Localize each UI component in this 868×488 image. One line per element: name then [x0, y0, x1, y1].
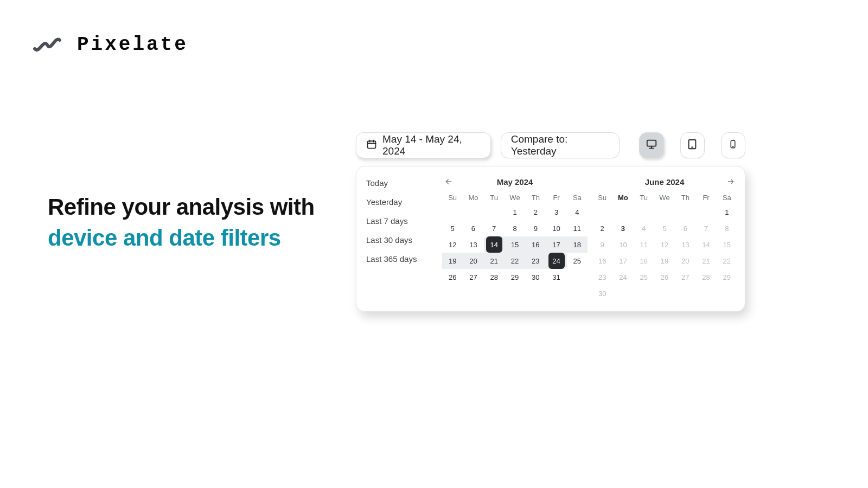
calendar-month: June 2024SuMoTuWeThFrSa12345678910111213… — [592, 175, 737, 301]
day-cell[interactable]: 14 — [484, 236, 505, 253]
prev-month-button[interactable] — [444, 175, 453, 188]
day-empty — [463, 204, 483, 220]
desktop-icon — [646, 138, 658, 152]
day-cell[interactable]: 30 — [592, 285, 612, 301]
day-cell[interactable]: 28 — [695, 269, 716, 285]
dow-label: Su — [592, 191, 612, 204]
svg-rect-0 — [368, 141, 376, 148]
calendar-title: May 2024 — [497, 177, 533, 187]
day-cell[interactable]: 27 — [463, 269, 483, 285]
day-cell[interactable]: 24 — [546, 253, 566, 269]
day-cell[interactable]: 25 — [634, 269, 654, 285]
day-cell[interactable]: 6 — [675, 220, 695, 236]
day-cell[interactable]: 7 — [695, 220, 716, 236]
headline: Refine your analysis with device and dat… — [48, 192, 352, 253]
day-cell[interactable]: 22 — [505, 253, 525, 269]
dow-label: Su — [442, 191, 463, 204]
next-month-button[interactable] — [726, 175, 735, 188]
preset-item[interactable]: Last 7 days — [365, 215, 439, 227]
day-cell[interactable]: 12 — [442, 236, 463, 253]
day-empty — [675, 204, 695, 220]
day-cell[interactable]: 23 — [525, 253, 546, 269]
day-cell[interactable]: 28 — [484, 269, 505, 285]
preset-item[interactable]: Last 30 days — [365, 234, 439, 246]
day-cell[interactable]: 19 — [654, 253, 675, 269]
day-cell[interactable]: 24 — [612, 269, 633, 285]
logo-mark — [33, 33, 62, 56]
day-cell[interactable]: 10 — [612, 236, 633, 253]
day-cell[interactable]: 20 — [463, 253, 483, 269]
day-cell[interactable]: 1 — [717, 204, 737, 220]
preset-list: TodayYesterdayLast 7 daysLast 30 daysLas… — [364, 175, 442, 301]
dow-label: Mo — [612, 191, 633, 204]
day-cell[interactable]: 3 — [612, 220, 633, 236]
date-range-pill[interactable]: May 14 - May 24, 2024 — [356, 132, 491, 158]
day-cell[interactable]: 30 — [525, 269, 546, 285]
preset-item[interactable]: Yesterday — [365, 196, 439, 208]
day-cell[interactable]: 5 — [654, 220, 675, 236]
device-desktop-button[interactable] — [639, 132, 663, 158]
day-cell[interactable]: 31 — [546, 269, 566, 285]
preset-item[interactable]: Last 365 days — [365, 253, 439, 265]
day-cell[interactable]: 26 — [442, 269, 463, 285]
day-cell[interactable]: 14 — [695, 236, 716, 253]
day-cell[interactable]: 18 — [634, 253, 654, 269]
day-cell[interactable]: 4 — [634, 220, 654, 236]
day-cell[interactable]: 19 — [442, 253, 463, 269]
day-cell[interactable]: 16 — [525, 236, 546, 253]
day-empty — [484, 204, 505, 220]
day-cell[interactable]: 2 — [525, 204, 546, 220]
day-cell[interactable]: 8 — [717, 220, 737, 236]
day-empty — [717, 285, 737, 301]
dow-label: Th — [675, 191, 695, 204]
day-cell[interactable]: 1 — [505, 204, 525, 220]
day-cell[interactable]: 2 — [592, 220, 612, 236]
preset-item[interactable]: Today — [365, 177, 439, 189]
day-cell[interactable]: 7 — [484, 220, 505, 236]
day-cell[interactable]: 21 — [695, 253, 716, 269]
day-cell[interactable]: 23 — [592, 269, 612, 285]
day-cell[interactable]: 21 — [484, 253, 505, 269]
dow-label: Sa — [717, 191, 737, 204]
day-cell[interactable]: 11 — [567, 220, 588, 236]
day-cell[interactable]: 15 — [717, 236, 737, 253]
day-cell[interactable]: 9 — [592, 236, 612, 253]
day-cell[interactable]: 16 — [592, 253, 612, 269]
day-cell[interactable]: 29 — [505, 269, 525, 285]
day-cell[interactable]: 4 — [567, 204, 588, 220]
svg-rect-1 — [647, 140, 656, 146]
dow-label: Th — [525, 191, 546, 204]
day-cell[interactable]: 10 — [546, 220, 566, 236]
day-cell[interactable]: 15 — [505, 236, 525, 253]
day-cell[interactable]: 25 — [567, 253, 588, 269]
calendar-pair: May 2024SuMoTuWeThFrSa123456789101112131… — [442, 175, 737, 301]
headline-line1: Refine your analysis with — [48, 194, 315, 220]
brand: Pixelate — [33, 33, 188, 56]
day-cell[interactable]: 17 — [546, 236, 566, 253]
day-empty — [634, 204, 654, 220]
day-cell[interactable]: 6 — [463, 220, 483, 236]
day-cell[interactable]: 13 — [675, 236, 695, 253]
day-cell[interactable]: 12 — [654, 236, 675, 253]
day-cell[interactable]: 18 — [567, 236, 588, 253]
day-empty — [612, 285, 633, 301]
day-cell[interactable]: 8 — [505, 220, 525, 236]
day-cell[interactable]: 9 — [525, 220, 546, 236]
day-empty — [634, 285, 654, 301]
day-cell[interactable]: 26 — [654, 269, 675, 285]
day-cell[interactable]: 17 — [612, 253, 633, 269]
compare-pill[interactable]: Compare to: Yesterday — [501, 132, 620, 158]
day-cell[interactable]: 29 — [717, 269, 737, 285]
day-cell[interactable]: 5 — [442, 220, 463, 236]
dow-label: We — [654, 191, 675, 204]
day-cell[interactable]: 13 — [463, 236, 483, 253]
day-cell[interactable]: 20 — [675, 253, 695, 269]
day-cell[interactable]: 27 — [675, 269, 695, 285]
day-cell[interactable]: 22 — [717, 253, 737, 269]
day-cell[interactable]: 3 — [546, 204, 566, 220]
day-cell[interactable]: 11 — [634, 236, 654, 253]
device-tablet-button[interactable] — [680, 132, 705, 158]
brand-name: Pixelate — [77, 34, 188, 56]
device-mobile-button[interactable] — [721, 132, 745, 158]
calendar-month: May 2024SuMoTuWeThFrSa123456789101112131… — [442, 175, 588, 301]
